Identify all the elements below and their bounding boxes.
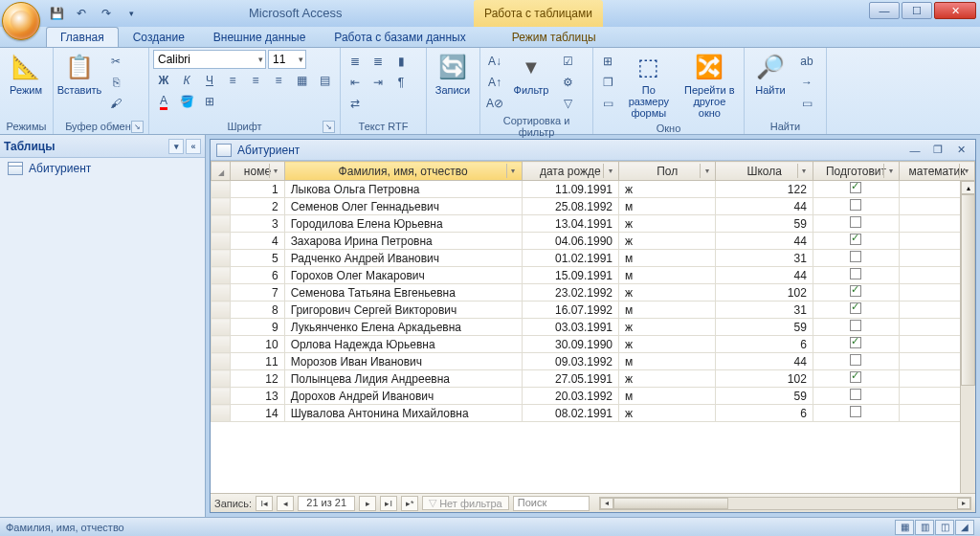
cell-fio[interactable]: Морозов Иван Иванович: [284, 353, 522, 370]
cell-prep[interactable]: [813, 284, 899, 302]
cell-num[interactable]: 4: [231, 233, 284, 250]
nav-item-table[interactable]: Абитуриент: [0, 158, 205, 179]
cell-num[interactable]: 1: [231, 181, 284, 198]
minimize-button[interactable]: —: [869, 2, 900, 19]
record-position[interactable]: 21 из 21: [298, 496, 355, 511]
office-button[interactable]: [2, 2, 40, 40]
table-row[interactable]: 7Семенова Татьяна Евгеньевна23.02.1992ж1…: [212, 284, 975, 302]
row-selector[interactable]: [212, 233, 231, 250]
cell-school[interactable]: 44: [716, 233, 813, 250]
cell-fio[interactable]: Лыкова Ольга Петровна: [284, 181, 522, 198]
cell-fio[interactable]: Дорохов Андрей Иванович: [284, 388, 522, 405]
hide-icon[interactable]: ▭: [597, 94, 618, 113]
new-record-button[interactable]: ▸*: [401, 496, 418, 511]
horizontal-scrollbar[interactable]: ◂ ▸: [599, 497, 971, 510]
cell-sex[interactable]: ж: [619, 284, 716, 302]
cell-sex[interactable]: ж: [619, 215, 716, 233]
tab-home[interactable]: Главная: [46, 27, 119, 47]
cell-num[interactable]: 11: [231, 353, 284, 370]
cell-dob[interactable]: 09.03.1992: [522, 353, 618, 370]
row-selector[interactable]: [212, 319, 231, 336]
cell-fio[interactable]: Григорович Сергей Викторович: [284, 302, 522, 319]
nav-pane-header[interactable]: Таблицы ▾ «: [0, 135, 205, 158]
cell-num[interactable]: 8: [231, 302, 284, 319]
data-table[interactable]: ◢ номе▾ Фамилия, имя, отчество▾ дата рож…: [211, 161, 975, 422]
tab-database-tools[interactable]: Работа с базами данных: [320, 27, 479, 47]
format-painter-icon[interactable]: 🖌: [105, 94, 126, 113]
cell-prep[interactable]: [813, 250, 899, 267]
cut-icon[interactable]: ✂: [105, 52, 126, 71]
cell-dob[interactable]: 27.05.1991: [522, 370, 618, 388]
decrease-indent-icon[interactable]: ⇤: [345, 73, 366, 92]
align-left-button[interactable]: ≡: [222, 71, 243, 90]
column-header[interactable]: Подготовит▾: [813, 162, 899, 181]
qat-customize-icon[interactable]: ▾: [121, 3, 142, 24]
cell-prep[interactable]: [813, 233, 899, 250]
fill-color-button[interactable]: 🪣: [176, 92, 197, 111]
cell-fio[interactable]: Захарова Ирина Петровна: [284, 233, 522, 250]
search-box[interactable]: Поиск: [513, 496, 590, 511]
row-selector[interactable]: [212, 353, 231, 370]
cell-fio[interactable]: Горохов Олег Макарович: [284, 267, 522, 284]
align-right-button[interactable]: ≡: [268, 71, 289, 90]
underline-button[interactable]: Ч: [199, 71, 220, 90]
scroll-right-icon[interactable]: ▸: [957, 498, 970, 509]
cell-dob[interactable]: 16.07.1992: [522, 302, 618, 319]
alt-row-button[interactable]: ▤: [314, 71, 335, 90]
cell-sex[interactable]: м: [619, 250, 716, 267]
cell-fio[interactable]: Радченко Андрей Иванович: [284, 250, 522, 267]
chevron-down-icon[interactable]: ▾: [883, 164, 897, 178]
doc-close-icon[interactable]: ✕: [952, 143, 969, 158]
font-color-button[interactable]: A: [153, 92, 174, 111]
cascade-icon[interactable]: ❐: [597, 73, 618, 92]
table-row[interactable]: 2Семенов Олег Геннадьевич25.08.1992м44: [212, 198, 975, 215]
scroll-left-icon[interactable]: ◂: [600, 498, 613, 509]
cell-sex[interactable]: ж: [619, 233, 716, 250]
cell-school[interactable]: 6: [716, 405, 813, 422]
goto-icon[interactable]: →: [796, 73, 817, 92]
row-selector[interactable]: [212, 302, 231, 319]
row-selector[interactable]: [212, 405, 231, 422]
bullets-icon[interactable]: ≣: [345, 52, 366, 71]
checkbox-icon[interactable]: [850, 251, 861, 262]
cell-prep[interactable]: [813, 405, 899, 422]
chevron-down-icon[interactable]: ▾: [269, 164, 282, 178]
nav-shutter-icon[interactable]: «: [186, 139, 201, 154]
cell-school[interactable]: 6: [716, 336, 813, 353]
table-row[interactable]: 13Дорохов Андрей Иванович20.03.1992м59: [212, 388, 975, 405]
chevron-down-icon[interactable]: ▾: [797, 164, 811, 178]
chevron-down-icon[interactable]: ▾: [603, 164, 616, 178]
cell-school[interactable]: 44: [716, 353, 813, 370]
cell-prep[interactable]: [813, 319, 899, 336]
clear-sort-icon[interactable]: A⊘: [484, 94, 505, 113]
cell-num[interactable]: 12: [231, 370, 284, 388]
dialog-launcher-icon[interactable]: ↘: [323, 121, 335, 133]
cell-num[interactable]: 13: [231, 388, 284, 405]
table-row[interactable]: 11Морозов Иван Иванович09.03.1992м44: [212, 353, 975, 370]
table-row[interactable]: 6Горохов Олег Макарович15.09.1991м44: [212, 267, 975, 284]
size-to-fit-button[interactable]: ⬚ По размеру формы: [622, 50, 676, 121]
cell-sex[interactable]: м: [619, 302, 716, 319]
cell-prep[interactable]: [813, 370, 899, 388]
cell-fio[interactable]: Лукьянченко Елена Аркадьевна: [284, 319, 522, 336]
tile-icon[interactable]: ⊞: [597, 52, 618, 71]
cell-school[interactable]: 31: [716, 302, 813, 319]
gridlines-button[interactable]: ▦: [291, 71, 312, 90]
numbering-icon[interactable]: ≣: [368, 52, 389, 71]
cell-dob[interactable]: 04.06.1990: [522, 233, 618, 250]
tab-create[interactable]: Создание: [119, 27, 199, 47]
cell-fio[interactable]: Городилова Елена Юрьевна: [284, 215, 522, 233]
row-selector[interactable]: [212, 336, 231, 353]
cell-fio[interactable]: Полынцева Лидия Андреевна: [284, 370, 522, 388]
cell-prep[interactable]: [813, 388, 899, 405]
first-record-button[interactable]: I◂: [256, 496, 273, 511]
checkbox-icon[interactable]: [850, 302, 861, 314]
checkbox-icon[interactable]: [850, 371, 861, 383]
cell-sex[interactable]: м: [619, 353, 716, 370]
ltr-icon[interactable]: ⇄: [345, 94, 366, 113]
column-header-active[interactable]: Фамилия, имя, отчество▾: [284, 162, 522, 181]
scroll-up-icon[interactable]: ▴: [961, 181, 975, 194]
row-selector[interactable]: [212, 215, 231, 233]
cell-sex[interactable]: ж: [619, 370, 716, 388]
redo-icon[interactable]: ↷: [96, 3, 117, 24]
